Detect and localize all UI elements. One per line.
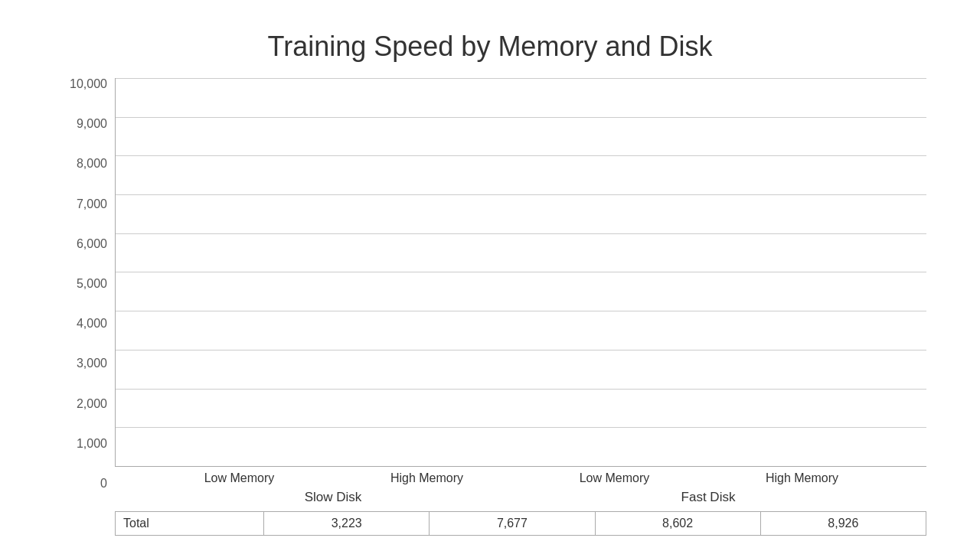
y-axis-label: 10,000 [70,78,107,90]
bottom-table: Total3,2237,6778,6028,926 [115,511,926,536]
x-group-label: Slow Disk [145,488,521,505]
y-axis-label: 5,000 [77,278,107,290]
table-cell-3: 8,926 [760,512,926,536]
table-cell-2: 8,602 [595,512,760,536]
x-group-label: Fast Disk [521,488,896,505]
y-axis-label: 2,000 [77,398,107,410]
table-row-label: Total [116,512,264,536]
chart-container: Training Speed by Memory and Disk 10,000… [38,15,942,536]
chart-title: Training Speed by Memory and Disk [268,31,713,63]
chart-area: 10,0009,0008,0007,0006,0005,0004,0003,00… [54,78,926,536]
y-axis-label: 7,000 [77,198,107,210]
y-axis-label: 8,000 [77,158,107,170]
bars-row [116,78,926,466]
y-axis-label: 6,000 [77,238,107,250]
bars-and-grid [115,78,926,467]
table-cell-0: 3,223 [264,512,430,536]
table-cell-1: 7,677 [430,512,595,536]
x-labels-top: Low MemoryHigh MemoryLow MemoryHigh Memo… [115,467,926,485]
y-axis-label: 1,000 [77,438,107,450]
x-label-low-memory-fast-disk: Low Memory [521,467,708,485]
x-axis-labels: Low MemoryHigh MemoryLow MemoryHigh Memo… [115,467,926,505]
y-axis-label: 9,000 [77,118,107,130]
x-label-high-memory-fast-disk: High Memory [708,467,896,485]
x-label-high-memory-slow-disk: High Memory [333,467,521,485]
y-axis-label: 4,000 [77,318,107,330]
x-labels-groups: Slow DiskFast Disk [115,485,926,505]
y-axis: 10,0009,0008,0007,0006,0005,0004,0003,00… [54,78,115,536]
chart-body: Low MemoryHigh MemoryLow MemoryHigh Memo… [115,78,926,536]
x-label-low-memory-slow-disk: Low Memory [145,467,333,485]
y-axis-label: 3,000 [77,357,107,370]
y-axis-label: 0 [100,478,107,490]
